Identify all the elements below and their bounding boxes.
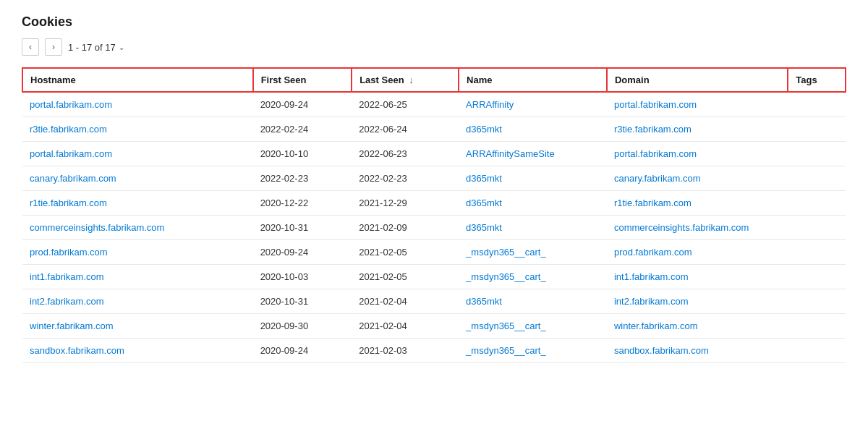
table-row: int1.fabrikam.com2020-10-032021-02-05_ms… (22, 265, 846, 289)
first-seen-cell: 2020-10-31 (253, 216, 352, 240)
tags-cell (788, 265, 846, 289)
first-seen-cell: 2020-09-24 (253, 240, 352, 265)
hostname-cell[interactable]: portal.fabrikam.com (22, 92, 253, 117)
domain-cell[interactable]: commerceinsights.fabrikam.com (607, 216, 788, 240)
tags-cell (788, 240, 846, 265)
page-title: Cookies (22, 14, 846, 30)
last-seen-cell: 2021-02-04 (352, 314, 459, 339)
column-header-name[interactable]: Name (459, 68, 607, 92)
first-seen-cell: 2022-02-23 (253, 166, 352, 191)
prev-page-button[interactable]: ‹ (22, 38, 39, 56)
name-cell[interactable]: _msdyn365__cart_ (459, 265, 607, 289)
table-row: portal.fabrikam.com2020-09-242022-06-25A… (22, 92, 846, 117)
name-cell[interactable]: ARRAffinity (459, 92, 607, 117)
first-seen-cell: 2020-10-03 (253, 265, 352, 289)
table-row: r3tie.fabrikam.com2022-02-242022-06-24d3… (22, 117, 846, 142)
column-header-hostname[interactable]: Hostname (22, 68, 253, 92)
domain-cell[interactable]: prod.fabrikam.com (607, 240, 788, 265)
tags-cell (788, 92, 846, 117)
tags-cell (788, 166, 846, 191)
tags-cell (788, 191, 846, 216)
last-seen-cell: 2022-06-24 (352, 117, 459, 142)
name-cell[interactable]: ARRAffinitySameSite (459, 142, 607, 166)
tags-cell (788, 314, 846, 339)
table-header-row: Hostname First Seen Last Seen ↓ Name Dom… (22, 68, 846, 92)
sort-desc-icon: ↓ (409, 75, 414, 85)
name-cell[interactable]: _msdyn365__cart_ (459, 314, 607, 339)
last-seen-cell: 2021-02-03 (352, 339, 459, 363)
column-header-domain[interactable]: Domain (607, 68, 788, 92)
domain-cell[interactable]: r3tie.fabrikam.com (607, 117, 788, 142)
page-range-label: 1 - 17 of 17 (68, 42, 116, 53)
first-seen-cell: 2020-09-24 (253, 339, 352, 363)
name-cell[interactable]: _msdyn365__cart_ (459, 339, 607, 363)
hostname-cell[interactable]: r1tie.fabrikam.com (22, 191, 253, 216)
first-seen-cell: 2020-09-30 (253, 314, 352, 339)
first-seen-cell: 2020-10-31 (253, 289, 352, 314)
cookies-table: Hostname First Seen Last Seen ↓ Name Dom… (22, 67, 846, 363)
last-seen-cell: 2021-02-09 (352, 216, 459, 240)
hostname-cell[interactable]: prod.fabrikam.com (22, 240, 253, 265)
name-cell[interactable]: d365mkt (459, 166, 607, 191)
domain-cell[interactable]: winter.fabrikam.com (607, 314, 788, 339)
domain-cell[interactable]: portal.fabrikam.com (607, 92, 788, 117)
table-row: portal.fabrikam.com2020-10-102022-06-23A… (22, 142, 846, 166)
last-seen-cell: 2022-06-25 (352, 92, 459, 117)
tags-cell (788, 117, 846, 142)
chevron-right-icon: › (52, 42, 55, 52)
last-seen-cell: 2021-02-05 (352, 265, 459, 289)
last-seen-cell: 2021-02-05 (352, 240, 459, 265)
table-body: portal.fabrikam.com2020-09-242022-06-25A… (22, 92, 846, 363)
table-row: commerceinsights.fabrikam.com2020-10-312… (22, 216, 846, 240)
table-row: winter.fabrikam.com2020-09-302021-02-04_… (22, 314, 846, 339)
name-cell[interactable]: d365mkt (459, 289, 607, 314)
hostname-cell[interactable]: commerceinsights.fabrikam.com (22, 216, 253, 240)
name-cell[interactable]: d365mkt (459, 191, 607, 216)
column-header-last-seen[interactable]: Last Seen ↓ (352, 68, 459, 92)
last-seen-cell: 2022-06-23 (352, 142, 459, 166)
domain-cell[interactable]: int2.fabrikam.com (607, 289, 788, 314)
hostname-cell[interactable]: portal.fabrikam.com (22, 142, 253, 166)
hostname-cell[interactable]: int2.fabrikam.com (22, 289, 253, 314)
table-row: int2.fabrikam.com2020-10-312021-02-04d36… (22, 289, 846, 314)
first-seen-cell: 2020-09-24 (253, 92, 352, 117)
chevron-down-icon[interactable]: ⌄ (119, 43, 124, 51)
column-header-tags[interactable]: Tags (788, 68, 846, 92)
next-page-button[interactable]: › (45, 38, 62, 56)
chevron-left-icon: ‹ (29, 42, 32, 52)
table-row: sandbox.fabrikam.com2020-09-242021-02-03… (22, 339, 846, 363)
last-seen-cell: 2021-02-04 (352, 289, 459, 314)
pagination-info: 1 - 17 of 17 ⌄ (68, 42, 124, 53)
domain-cell[interactable]: canary.fabrikam.com (607, 166, 788, 191)
table-row: prod.fabrikam.com2020-09-242021-02-05_ms… (22, 240, 846, 265)
last-seen-cell: 2021-12-29 (352, 191, 459, 216)
hostname-cell[interactable]: r3tie.fabrikam.com (22, 117, 253, 142)
tags-cell (788, 289, 846, 314)
hostname-cell[interactable]: int1.fabrikam.com (22, 265, 253, 289)
first-seen-cell: 2020-12-22 (253, 191, 352, 216)
hostname-cell[interactable]: winter.fabrikam.com (22, 314, 253, 339)
toolbar: ‹ › 1 - 17 of 17 ⌄ (22, 38, 846, 56)
hostname-cell[interactable]: canary.fabrikam.com (22, 166, 253, 191)
tags-cell (788, 216, 846, 240)
tags-cell (788, 142, 846, 166)
first-seen-cell: 2020-10-10 (253, 142, 352, 166)
column-header-first-seen[interactable]: First Seen (253, 68, 352, 92)
domain-cell[interactable]: int1.fabrikam.com (607, 265, 788, 289)
first-seen-cell: 2022-02-24 (253, 117, 352, 142)
tags-cell (788, 339, 846, 363)
table-row: r1tie.fabrikam.com2020-12-222021-12-29d3… (22, 191, 846, 216)
page-container: Cookies ‹ › 1 - 17 of 17 ⌄ Hostname Firs… (0, 0, 868, 378)
name-cell[interactable]: _msdyn365__cart_ (459, 240, 607, 265)
name-cell[interactable]: d365mkt (459, 216, 607, 240)
domain-cell[interactable]: sandbox.fabrikam.com (607, 339, 788, 363)
domain-cell[interactable]: r1tie.fabrikam.com (607, 191, 788, 216)
table-row: canary.fabrikam.com2022-02-232022-02-23d… (22, 166, 846, 191)
hostname-cell[interactable]: sandbox.fabrikam.com (22, 339, 253, 363)
name-cell[interactable]: d365mkt (459, 117, 607, 142)
domain-cell[interactable]: portal.fabrikam.com (607, 142, 788, 166)
last-seen-cell: 2022-02-23 (352, 166, 459, 191)
